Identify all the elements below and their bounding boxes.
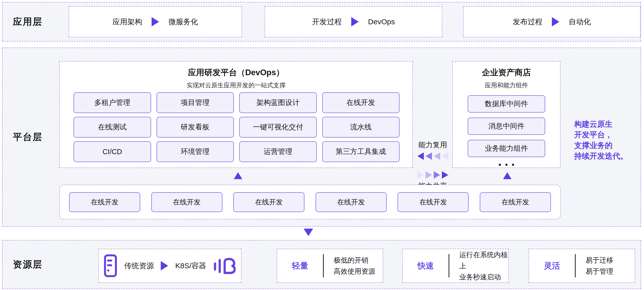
tagline-line: 开发平台， xyxy=(574,129,641,140)
feature-description: 运行在系统内核上 业务秒速启动 xyxy=(459,249,508,283)
asset-store-title: 企业资产商店 xyxy=(453,67,560,78)
release-process-from: 发布过程 xyxy=(513,17,542,27)
feature-divider xyxy=(448,254,449,277)
asset-chip-database-middleware: 数据库中间件 xyxy=(468,95,545,113)
feature-box-flexible: 灵活 易于迁移 易于管理 xyxy=(528,249,635,283)
dev-process-from: 开发过程 xyxy=(312,17,342,27)
server-icon xyxy=(104,254,117,277)
more-dots: ••• xyxy=(453,161,560,169)
left-triangle-icon xyxy=(442,152,448,160)
capability-chip-online-dev: 在线开发 xyxy=(322,92,400,113)
capability-chip-visual-delivery: 一键可视化交付 xyxy=(239,117,317,138)
capability-chip-operation: 运营管理 xyxy=(239,141,317,162)
asset-store-subtitle: 应用和能力组件 xyxy=(453,81,560,89)
app-architecture-box: 应用架构 微服务化 xyxy=(68,6,242,37)
capability-chip-environment: 环境管理 xyxy=(156,141,234,162)
right-arrow-icon xyxy=(552,17,559,26)
fade-arrows-left-icon xyxy=(417,152,448,160)
online-dev-chip: 在线开发 xyxy=(316,192,387,212)
online-dev-chip: 在线开发 xyxy=(151,192,222,212)
feature-line: 运行在系统内核上 xyxy=(459,249,508,272)
feature-box-fast: 快速 运行在系统内核上 业务秒速启动 xyxy=(402,249,509,283)
feature-line: 业务秒速启动 xyxy=(459,272,508,283)
left-triangle-icon xyxy=(434,152,440,160)
online-dev-chip: 在线开发 xyxy=(480,192,551,212)
tagline-line: 支撑业务的 xyxy=(574,140,641,151)
capability-chip-pipeline: 流水线 xyxy=(322,117,400,138)
feature-divider xyxy=(323,254,324,277)
right-triangle-icon xyxy=(442,171,448,179)
platform-tagline: 构建云原生 开发平台， 支撑业务的 持续开发迭代。 xyxy=(574,119,641,161)
capability-chip-multitenant: 多租户管理 xyxy=(74,92,151,113)
tagline-line: 持续开发迭代。 xyxy=(574,151,641,161)
capability-chip-project: 项目管理 xyxy=(156,92,234,113)
feature-description: 极低的开销 高效使用资源 xyxy=(334,255,375,277)
feature-name: 快速 xyxy=(403,260,448,272)
dev-process-box: 开发过程 DevOps xyxy=(264,6,442,37)
asset-store-panel: 企业资产商店 应用和能力组件 数据库中间件 消息中间件 业务能力组件 ••• xyxy=(452,61,560,168)
asset-chip-message-middleware: 消息中间件 xyxy=(468,118,545,135)
devops-panel-subtitle: 实现对云原生应用开发的一站式支撑 xyxy=(60,81,412,89)
up-arrow-icon xyxy=(503,172,512,179)
asset-store-list: 数据库中间件 消息中间件 业务能力组件 xyxy=(468,95,545,157)
online-dev-row: 在线开发 在线开发 在线开发 在线开发 在线开发 在线开发 xyxy=(59,185,561,220)
platform-layer-label: 平台层 xyxy=(13,131,42,143)
right-arrow-icon xyxy=(351,17,359,26)
capability-chip-blueprint: 架构蓝图设计 xyxy=(239,92,317,113)
feature-box-lightweight: 轻量 极低的开销 高效使用资源 xyxy=(277,249,383,283)
devops-platform-panel: 应用研发平台（DevOps） 实现对云原生应用开发的一站式支撑 多租户管理 项目… xyxy=(59,61,413,168)
capability-chip-thirdparty: 第三方工具集成 xyxy=(322,141,400,162)
capability-bridge: 能力复用 能力共享 xyxy=(413,140,453,191)
migration-from: 传统资源 xyxy=(124,261,154,271)
application-layer: 应用层 应用架构 微服务化 开发过程 DevOps 发布过程 自动化 xyxy=(2,2,641,41)
feature-name: 轻量 xyxy=(277,260,323,272)
release-process-to: 自动化 xyxy=(569,17,591,27)
online-dev-chip: 在线开发 xyxy=(69,192,140,212)
down-arrow-icon xyxy=(304,229,313,236)
right-arrow-icon xyxy=(161,261,168,271)
app-architecture-from: 应用架构 xyxy=(112,17,142,27)
dev-process-to: DevOps xyxy=(368,17,395,26)
architecture-diagram: { "palette":{ "accent":"#5B3DE0", "featu… xyxy=(0,0,644,290)
migration-to: K8S/容器 xyxy=(175,261,206,271)
left-triangle-icon xyxy=(417,152,424,160)
capability-chip-cicd: CI/CD xyxy=(74,141,151,162)
online-dev-chip: 在线开发 xyxy=(233,192,304,212)
capability-chip-kanban: 研发看板 xyxy=(156,117,234,138)
fade-arrows-right-icon xyxy=(417,171,448,179)
asset-chip-business-component: 业务能力组件 xyxy=(468,140,545,157)
devops-capability-grid: 多租户管理 项目管理 架构蓝图设计 在线开发 在线测试 研发看板 一键可视化交付… xyxy=(74,92,400,162)
capability-reuse-label: 能力复用 xyxy=(418,140,447,150)
feature-name: 灵活 xyxy=(529,260,575,272)
capability-chip-online-test: 在线测试 xyxy=(74,117,151,138)
release-process-box: 发布过程 自动化 xyxy=(463,6,640,37)
feature-divider xyxy=(575,254,576,277)
resource-layer: 资源层 传统资源 K8S/容器 轻量 极低的开销 高效使用资源 快速 运行在系统… xyxy=(2,240,641,289)
platform-layer: 平台层 应用研发平台（DevOps） 实现对云原生应用开发的一站式支撑 多租户管… xyxy=(2,47,641,227)
tagline-line: 构建云原生 xyxy=(574,119,641,129)
feature-line: 高效使用资源 xyxy=(334,266,375,277)
up-arrow-icon xyxy=(234,172,242,179)
application-layer-label: 应用层 xyxy=(13,15,42,28)
right-triangle-icon xyxy=(434,171,440,179)
resource-layer-label: 资源层 xyxy=(13,258,42,271)
devops-panel-title: 应用研发平台（DevOps） xyxy=(60,67,412,78)
right-triangle-icon xyxy=(426,171,432,179)
feature-line: 易于迁移 xyxy=(586,255,613,266)
online-dev-chip: 在线开发 xyxy=(398,192,469,212)
cloud-container-icon xyxy=(213,257,236,275)
feature-line: 极低的开销 xyxy=(334,255,375,266)
right-arrow-icon xyxy=(152,17,159,26)
feature-line: 易于管理 xyxy=(586,266,613,277)
resource-migration-box: 传统资源 K8S/容器 xyxy=(98,249,242,283)
feature-description: 易于迁移 易于管理 xyxy=(586,255,613,277)
right-triangle-icon xyxy=(417,171,424,179)
left-triangle-icon xyxy=(426,152,432,160)
app-architecture-to: 微服务化 xyxy=(168,17,198,27)
